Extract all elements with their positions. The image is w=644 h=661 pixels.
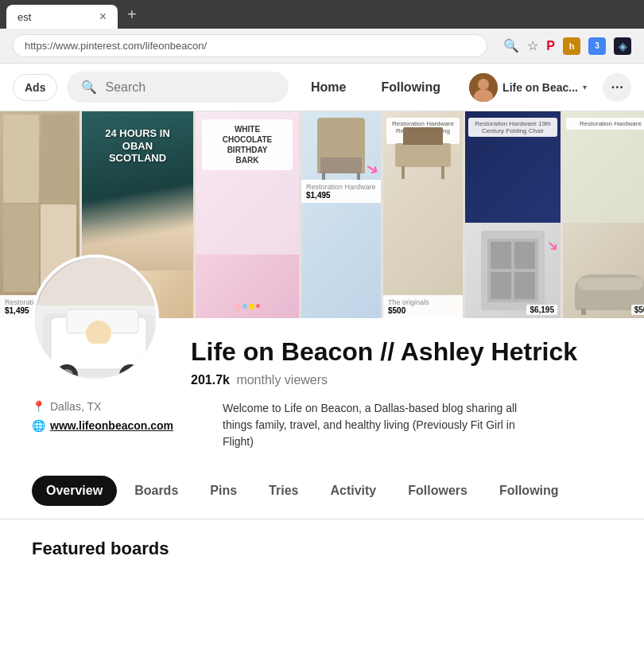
tab-tries[interactable]: Tries [254, 476, 312, 506]
tab-boards[interactable]: Boards [120, 476, 192, 506]
hero-pin-7[interactable]: Restoration Hardware $509 ↘ [563, 111, 644, 318]
hero-pin-3[interactable]: WHITECHOCOLATEBIRTHDAYBARK [196, 111, 299, 318]
profile-avatar-wrapper [32, 255, 159, 382]
ext2-icon[interactable]: 3 [588, 37, 606, 55]
following-nav-link[interactable]: Following [368, 74, 453, 101]
svg-rect-14 [89, 344, 108, 360]
hero-pin-6[interactable]: Restoration Hardware 19th Century Foldin… [465, 111, 561, 318]
profile-bio: Welcome to Life on Beacon, a Dallas-base… [223, 400, 525, 450]
profile-avatar [32, 255, 159, 382]
profile-section: Life on Beacon // Ashley Hetrick 201.7k … [0, 318, 644, 387]
profile-location: 📍 Dallas, TX [32, 400, 175, 413]
svg-point-1 [478, 79, 489, 90]
svg-point-12 [86, 321, 111, 346]
profile-monthly-viewers: 201.7k monthly viewers [191, 373, 612, 387]
new-tab-button[interactable]: + [121, 6, 143, 24]
address-url: https://www.pinterest.com/lifeonbeacon/ [25, 40, 207, 52]
location-col: 📍 Dallas, TX 🌐 www.lifeonbeacon.com [32, 400, 175, 432]
featured-boards-section: Featured boards [0, 519, 644, 578]
ext3-icon[interactable]: ◈ [614, 37, 631, 55]
bio-col: Welcome to Life on Beacon, a Dallas-base… [223, 400, 525, 450]
tab-title: est [17, 11, 31, 23]
address-bar: https://www.pinterest.com/lifeonbeacon/ … [0, 29, 644, 64]
address-input[interactable]: https://www.pinterest.com/lifeonbeacon/ [13, 34, 487, 57]
avatar [469, 73, 498, 102]
monthly-viewers-label: monthly viewers [236, 373, 328, 387]
ext1-icon[interactable]: h [563, 37, 580, 55]
browser-toolbar-icons: 🔍 ☆ P h 3 ◈ [503, 37, 631, 55]
search-placeholder-text: Search [105, 80, 145, 95]
chevron-down-icon: ▾ [583, 83, 587, 91]
pinterest-icon[interactable]: P [546, 39, 555, 53]
pinterest-nav: Ads 🔍 Search Home Following Life on Beac… [0, 64, 644, 111]
globe-icon: 🌐 [32, 419, 45, 432]
location-icon: 📍 [32, 400, 45, 413]
monthly-viewers-count: 201.7k [191, 373, 230, 387]
tab-activity[interactable]: Activity [316, 476, 390, 506]
search-icon: 🔍 [81, 80, 97, 95]
home-nav-link[interactable]: Home [298, 74, 359, 101]
search-browser-icon[interactable]: 🔍 [503, 38, 519, 53]
search-bar[interactable]: 🔍 Search [67, 72, 289, 103]
profile-location-bio: 📍 Dallas, TX 🌐 www.lifeonbeacon.com Welc… [0, 391, 644, 450]
profile-tabs: Overview Boards Pins Tries Activity Foll… [0, 463, 644, 519]
more-options-button[interactable]: ⋯ [603, 73, 631, 102]
tab-following[interactable]: Following [485, 476, 573, 506]
svg-point-11 [124, 369, 137, 382]
avatar-image [469, 73, 498, 102]
hero-pin-4[interactable]: Restoration Hardware $1,495 ➜ [301, 111, 381, 318]
browser-tab[interactable]: est × [6, 5, 118, 29]
profile-name: Life on Beacon // Ashley Hetrick [191, 337, 612, 367]
tab-followers[interactable]: Followers [394, 476, 482, 506]
tab-pins[interactable]: Pins [196, 476, 251, 506]
tab-overview[interactable]: Overview [32, 476, 117, 506]
bookmark-icon[interactable]: ☆ [527, 38, 538, 53]
featured-boards-title: Featured boards [32, 539, 612, 559]
svg-point-9 [60, 369, 73, 382]
user-menu[interactable]: Life on Beac... ▾ [463, 70, 593, 105]
profile-website[interactable]: 🌐 www.lifeonbeacon.com [32, 419, 175, 432]
ads-button[interactable]: Ads [13, 74, 57, 101]
hero-pin-5[interactable]: Restoration HardwareRectangular Dining T… [383, 111, 463, 318]
user-name-label: Life on Beac... [502, 81, 578, 94]
tab-close-btn[interactable]: × [99, 10, 107, 24]
profile-avatar-svg [35, 258, 159, 382]
